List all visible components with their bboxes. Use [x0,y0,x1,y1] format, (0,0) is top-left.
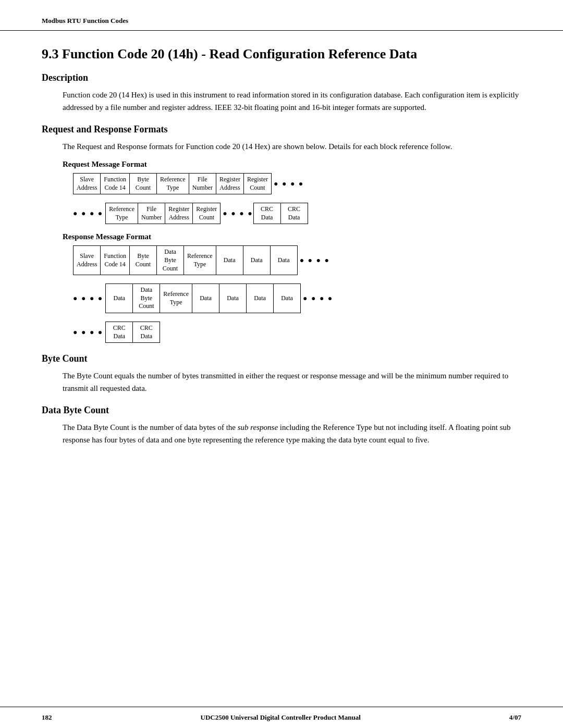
dots-left-resp2: ● ● ● ● [73,294,103,303]
table-cell: Data [270,246,297,275]
table-cell: Data [219,284,246,313]
table-cell: Data [106,284,133,313]
request-table-row1-wrapper: SlaveAddress FunctionCode 14 ByteCount R… [73,173,521,194]
header-text: Modbus RTU Function Codes [42,17,128,24]
page: Modbus RTU Function Codes 9.3 Function C… [0,0,563,728]
table-cell: RegisterCount [243,174,271,194]
response-table-row2: Data DataByteCount ReferenceType Data Da… [105,283,301,313]
table-cell: CRCData [133,322,160,342]
footer-right-text: 4/07 [509,713,521,722]
dots-left-resp3: ● ● ● ● [73,328,103,337]
table-cell: Data [246,284,273,313]
table-cell: SlaveAddress [74,246,101,275]
response-table-row3-wrapper: ● ● ● ● CRCData CRCData [73,322,521,343]
table-cell: CRCData [253,203,280,224]
response-table-row1-wrapper: SlaveAddress FunctionCode 14 ByteCount D… [73,245,521,275]
page-footer: 182 UDC2500 Universal Digital Controller… [0,707,563,728]
table-cell: Data [273,284,300,313]
data-byte-count-italic: sub response [238,423,278,431]
table-cell: RegisterAddress [165,203,193,224]
description-text: Function code 20 (14 Hex) is used in thi… [63,89,521,114]
byte-count-text: The Byte Count equals the number of byte… [63,369,521,394]
dots-right: ● ● ● ● [274,180,304,188]
request-table-row2: ReferenceType FileNumber RegisterAddress… [105,203,221,224]
request-table-row2-wrapper: ● ● ● ● ReferenceType FileNumber Registe… [73,203,521,224]
page-content: 9.3 Function Code 20 (14h) - Read Config… [0,31,563,707]
table-cell: Data [216,246,243,275]
response-table-row2-wrapper: ● ● ● ● Data DataByteCount ReferenceType… [73,283,521,313]
section-title: 9.3 Function Code 20 (14h) - Read Config… [42,46,521,62]
table-cell: ByteCount [130,246,157,275]
dots-middle: ● ● ● ● [223,209,253,218]
table-cell: RegisterAddress [216,174,243,194]
table-cell: ByteCount [130,174,157,194]
request-response-text: The Request and Response formats for Fun… [63,140,521,153]
table-cell: DataByteCount [133,284,160,313]
dots-right-resp2: ● ● ● ● [303,294,333,303]
table-cell: ReferenceType [160,284,192,313]
table-cell: ReferenceType [157,174,189,194]
data-byte-count-text: The Data Byte Count is the number of dat… [63,421,521,446]
request-msg-heading: Request Message Format [63,160,521,169]
response-table-row1: SlaveAddress FunctionCode 14 ByteCount D… [73,245,298,275]
request-response-heading: Request and Response Formats [42,124,521,135]
footer-page-number: 182 [42,713,52,722]
request-table-row2b: CRCData CRCData [253,203,308,224]
footer-center-text: UDC2500 Universal Digital Controller Pro… [201,713,361,722]
data-byte-count-text1: The Data Byte Count is the number of dat… [63,423,238,431]
table-cell: ReferenceType [106,203,138,224]
table-cell: RegisterCount [193,203,221,224]
response-msg-heading: Response Message Format [63,232,521,241]
table-cell: CRCData [280,203,308,224]
response-table-row3: CRCData CRCData [105,322,160,343]
dots-right-resp1: ● ● ● ● [300,256,330,265]
table-cell: Data [243,246,270,275]
table-cell: FunctionCode 14 [101,246,130,275]
description-heading: Description [42,72,521,83]
page-header: Modbus RTU Function Codes [0,0,563,31]
table-cell: FileNumber [138,203,165,224]
table-cell: Data [192,284,219,313]
table-cell: ReferenceType [184,246,216,275]
table-cell: DataByteCount [157,246,184,275]
table-cell: FileNumber [189,174,216,194]
request-table-row1: SlaveAddress FunctionCode 14 ByteCount R… [73,173,272,194]
dots-left: ● ● ● ● [73,209,103,218]
table-cell: CRCData [106,322,133,342]
data-byte-count-heading: Data Byte Count [42,405,521,416]
byte-count-heading: Byte Count [42,353,521,364]
table-cell: SlaveAddress [74,174,101,194]
table-cell: FunctionCode 14 [101,174,130,194]
